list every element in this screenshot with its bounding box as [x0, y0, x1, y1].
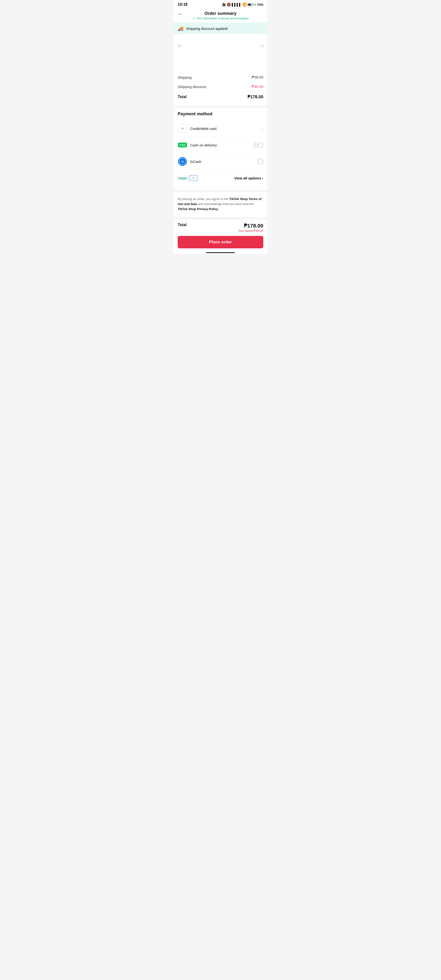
shipping-value: ₱58.00: [252, 75, 263, 80]
place-order-button[interactable]: Place order: [178, 236, 263, 248]
chevron-right-icon: ›: [262, 126, 263, 131]
cod-icon-wrap: COD: [178, 140, 187, 150]
signal-icon: ▌▌▌▌: [232, 3, 241, 6]
gcash-inner-circle: G: [179, 158, 186, 165]
payment-section-title: Payment method: [178, 111, 263, 116]
footer-total-row: Total ₱178.00 You saved ₱45.00: [178, 223, 263, 232]
truck-icon: 🚚: [178, 25, 184, 31]
footer-saved-text: You saved ₱45.00: [238, 229, 263, 232]
mute-icon: 🔕: [227, 3, 231, 6]
shipping-label: Shipping: [178, 75, 192, 80]
secure-label: Your information is secure and encrypted: [196, 17, 249, 20]
status-bar: 10:18 🎥 🔕 ▌▌▌▌ 📶 72%: [174, 0, 267, 8]
payment-option-credit-card[interactable]: + Credit/debit card ›: [178, 120, 263, 137]
shipping-discount-value: - ₱45.00: [250, 84, 263, 89]
footer-total-label: Total: [178, 223, 187, 227]
section-divider-2: [174, 190, 267, 192]
payment-option-gcash[interactable]: G GCash: [178, 153, 263, 170]
subtotal-partial-label: St...: [178, 44, 184, 48]
order-totals-section: Shipping ₱58.00 Shipping discount - ₱45.…: [174, 73, 267, 106]
gcash-icon: G: [178, 157, 187, 166]
shipping-discount-banner: 🚚 Shipping discount applied!: [174, 23, 267, 34]
maya-icon-wrap: maya: [178, 173, 187, 183]
back-button[interactable]: ←: [178, 11, 183, 17]
battery-percent: 72%: [257, 3, 263, 6]
terms-prefix: By placing an order, you agree to the: [178, 197, 229, 201]
bank-icon-symbol: ≡: [192, 177, 194, 180]
bottom-spacer: [174, 217, 267, 219]
total-row: Total ₱178.00: [178, 91, 263, 102]
subtotal-partial-row: St... ...0: [178, 41, 263, 50]
plus-icon: +: [178, 124, 187, 133]
battery-indicator: [247, 3, 256, 6]
camera-icon: 🎥: [222, 3, 226, 6]
terms-suffix: .: [218, 207, 219, 211]
cod-radio[interactable]: [258, 142, 263, 148]
credit-card-icon-wrap: +: [178, 124, 187, 133]
cod-info-icon[interactable]: i: [253, 143, 258, 147]
footer-bar: Total ₱178.00 You saved ₱45.00 Place ord…: [174, 219, 267, 250]
status-icons: 🎥 🔕 ▌▌▌▌ 📶 72%: [222, 3, 263, 6]
payment-logos-row: maya ≡ View all options ›: [178, 170, 263, 186]
shipping-discount-row: Shipping discount - ₱45.00: [178, 82, 263, 91]
footer-total-amount: ₱178.00: [238, 223, 263, 229]
secure-text-row: 🛡 Your information is secure and encrypt…: [192, 17, 249, 20]
shipping-row: Shipping ₱58.00: [178, 73, 263, 82]
footer-total-amounts: ₱178.00 You saved ₱45.00: [238, 223, 263, 232]
privacy-link[interactable]: TikTok Shop Privacy Policy: [178, 207, 218, 211]
maya-badge: maya: [176, 176, 188, 181]
total-label: Total: [178, 95, 187, 99]
cod-label-wrap: Cash on delivery i: [190, 143, 258, 147]
payment-option-cod[interactable]: COD Cash on delivery i: [178, 137, 263, 153]
payment-method-section: Payment method + Credit/debit card › COD…: [174, 108, 267, 190]
subtotal-partial-value: ...0: [259, 44, 263, 48]
home-indicator: [174, 250, 267, 254]
cod-label: Cash on delivery: [190, 143, 252, 147]
shipping-banner-text: Shipping discount applied!: [186, 27, 228, 30]
gcash-label: GCash: [190, 159, 258, 164]
cod-badge: COD: [178, 143, 187, 147]
view-all-chevron-icon: ›: [262, 176, 263, 180]
bank-transfer-icon: ≡: [189, 175, 198, 181]
section-divider-1: [174, 106, 267, 108]
credit-card-label: Credit/debit card: [190, 127, 262, 130]
terms-section: By placing an order, you agree to the Ti…: [174, 192, 267, 217]
gcash-icon-wrap: G: [178, 157, 187, 166]
header: ← Order summary 🛡 Your information is se…: [174, 8, 267, 23]
status-time: 10:18: [178, 2, 187, 7]
page-title: Order summary: [205, 11, 236, 16]
view-all-options-button[interactable]: View all options ›: [234, 176, 263, 180]
shipping-discount-label: Shipping discount: [178, 85, 206, 89]
gcash-radio[interactable]: [258, 159, 263, 164]
home-bar: [206, 252, 235, 253]
shield-icon: 🛡: [192, 17, 195, 20]
wifi-icon: 📶: [243, 3, 247, 6]
total-value: ₱178.00: [247, 94, 263, 100]
terms-middle: and acknowledge that you have read the: [197, 202, 254, 206]
product-area: St... ...0: [174, 34, 267, 73]
view-all-label: View all options: [234, 176, 261, 180]
